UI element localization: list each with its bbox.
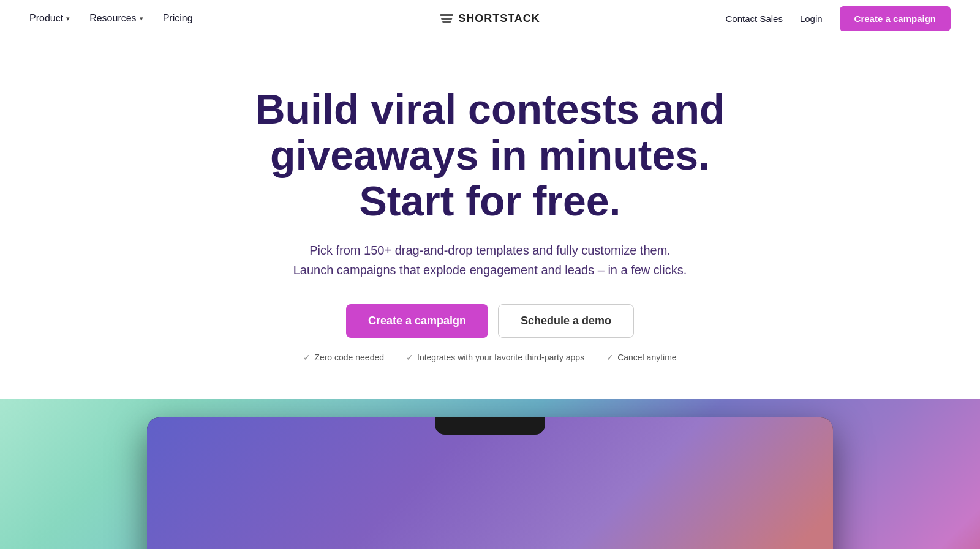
laptop-notch <box>435 417 545 435</box>
nav-left: Product ▾ Resources ▾ Pricing <box>29 13 193 24</box>
check-label-3: Cancel anytime <box>617 353 677 362</box>
hero-headline-line1: Build viral contests and <box>255 86 725 132</box>
check-icon-2: ✓ <box>406 353 413 362</box>
navbar: Product ▾ Resources ▾ Pricing SHORTSTACK… <box>0 0 980 37</box>
resources-chevron-icon: ▾ <box>140 15 143 23</box>
laptop-screen: SHORT STACK paigns <box>147 417 833 549</box>
nav-right: Contact Sales Login Create a campaign <box>726 6 951 31</box>
check-icon-3: ✓ <box>606 353 614 362</box>
check-no-code: ✓ Zero code needed <box>303 353 384 362</box>
logo-line-1 <box>440 14 453 16</box>
check-label-1: Zero code needed <box>314 353 384 362</box>
nav-pricing[interactable]: Pricing <box>163 13 193 24</box>
login-link[interactable]: Login <box>800 13 823 24</box>
logo-wordmark: SHORTSTACK <box>458 12 540 25</box>
check-label-2: Integrates with your favorite third-part… <box>417 353 584 362</box>
hero-buttons: Create a campaign Schedule a demo <box>24 304 956 338</box>
site-logo[interactable]: SHORTSTACK <box>440 12 540 25</box>
nav-resources[interactable]: Resources ▾ <box>89 13 143 24</box>
hero-section: Build viral contests and giveaways in mi… <box>0 37 980 399</box>
check-icon-1: ✓ <box>303 353 311 362</box>
hero-headline-line2: giveaways in minutes. <box>270 132 710 178</box>
hero-headline: Build viral contests and giveaways in mi… <box>214 86 766 223</box>
product-chevron-icon: ▾ <box>66 15 70 23</box>
laptop-frame: SHORT STACK paigns <box>147 417 833 549</box>
demo-section: SHORT STACK paigns <box>0 399 980 549</box>
hero-create-campaign-button[interactable]: Create a campaign <box>346 304 488 338</box>
check-integrates: ✓ Integrates with your favorite third-pa… <box>406 353 584 362</box>
nav-product-label: Product <box>29 13 63 24</box>
nav-create-campaign-button[interactable]: Create a campaign <box>840 6 951 31</box>
hero-headline-line3: Start for free. <box>360 177 621 224</box>
hero-subtext: Pick from 150+ drag-and-drop templates a… <box>282 241 698 280</box>
hero-subtext-line1: Pick from 150+ drag-and-drop templates a… <box>309 244 671 257</box>
nav-pricing-label: Pricing <box>163 13 193 24</box>
contact-sales-link[interactable]: Contact Sales <box>726 13 783 24</box>
nav-product[interactable]: Product ▾ <box>29 13 70 24</box>
screen-person <box>431 540 627 549</box>
hero-schedule-demo-button[interactable]: Schedule a demo <box>498 304 634 338</box>
logo-line-2 <box>441 18 452 20</box>
check-cancel: ✓ Cancel anytime <box>606 353 677 362</box>
logo-line-3 <box>442 21 451 23</box>
nav-resources-label: Resources <box>89 13 136 24</box>
hero-checks: ✓ Zero code needed ✓ Integrates with you… <box>24 353 956 362</box>
hero-subtext-line2: Launch campaigns that explode engagement… <box>293 263 687 277</box>
logo-icon <box>440 14 453 23</box>
